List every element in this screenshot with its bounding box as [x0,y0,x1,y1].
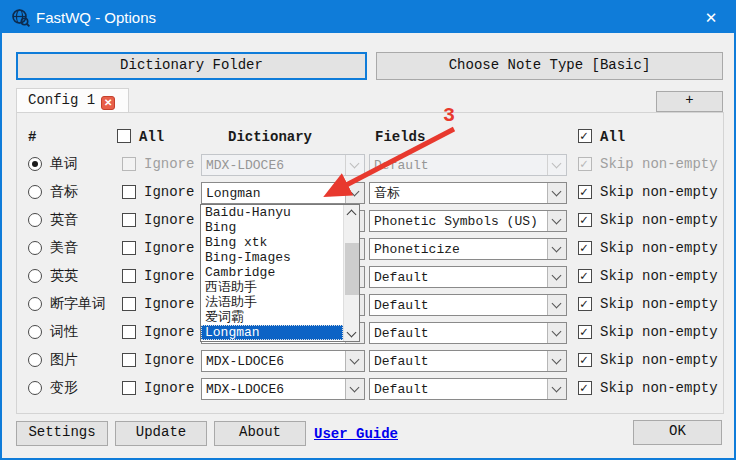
skip-checkbox[interactable] [578,353,592,367]
all-right-checkbox[interactable] [578,129,592,143]
ignore-checkbox[interactable] [122,185,136,199]
ignore-checkbox[interactable] [122,269,136,283]
skip-label: Skip non-empty [600,295,718,313]
skip-label: Skip non-empty [600,323,718,341]
dictionary-combo[interactable]: MDX-LDOCE6 [201,350,365,372]
skip-label: Skip non-empty [600,211,718,229]
header-number: # [28,128,36,146]
dictionary-dropdown-list: Baidu-HanyuBingBing xtkBing-ImagesCambri… [200,204,360,342]
row-radio[interactable] [28,269,42,283]
dropdown-scrollbar[interactable] [343,205,359,341]
row-radio[interactable] [28,241,42,255]
skip-checkbox[interactable] [578,157,592,171]
window-title: FastWQ - Options [36,2,156,33]
fields-combo[interactable]: 音标 [369,182,567,204]
fields-combo-value: Default [374,297,544,314]
skip-checkbox[interactable] [578,185,592,199]
dropdown-item[interactable]: 西语助手 [201,280,343,295]
dictionary-combo[interactable]: Longman [201,182,365,204]
scroll-down-icon[interactable] [344,326,360,341]
ignore-label: Ignore [144,295,194,313]
dictionary-combo[interactable]: MDX-LDOCE6 [201,154,365,176]
update-button[interactable]: Update [115,421,207,446]
row-label: 英英 [50,267,78,285]
chevron-down-icon[interactable] [547,323,566,343]
dropdown-item[interactable]: Baidu-Hanyu [201,205,343,220]
fields-combo[interactable]: Phonetic Symbols (US) [369,210,567,232]
settings-button[interactable]: Settings [16,421,108,446]
row-radio[interactable] [28,353,42,367]
dropdown-item[interactable]: Longman [201,325,343,340]
dropdown-item[interactable]: Cambridge [201,265,343,280]
fields-combo-value: Default [374,381,544,398]
chevron-down-icon[interactable] [547,211,566,231]
chevron-down-icon[interactable] [345,183,364,203]
fields-combo[interactable]: Phoneticize [369,238,567,260]
choose-note-type-button[interactable]: Choose Note Type [Basic] [376,52,723,80]
ignore-checkbox[interactable] [122,157,136,171]
row-radio[interactable] [28,381,42,395]
add-tab-button[interactable]: + [656,91,723,112]
ignore-checkbox[interactable] [122,241,136,255]
chevron-down-icon[interactable] [547,379,566,399]
dropdown-item[interactable]: Bing-Images [201,250,343,265]
chevron-down-icon[interactable] [345,155,364,175]
ignore-label: Ignore [144,239,194,257]
tab-config-1[interactable]: Config 1✕ [16,88,129,113]
fields-combo[interactable]: Default [369,350,567,372]
skip-checkbox[interactable] [578,241,592,255]
row-radio[interactable] [28,185,42,199]
ignore-checkbox[interactable] [122,297,136,311]
chevron-down-icon[interactable] [547,295,566,315]
fields-combo[interactable]: Default [369,322,567,344]
chevron-down-icon[interactable] [547,155,566,175]
row-radio[interactable] [28,325,42,339]
scrollbar-thumb[interactable] [345,243,359,295]
fields-combo[interactable]: Default [369,154,567,176]
ignore-checkbox[interactable] [122,213,136,227]
close-button[interactable]: ✕ [694,4,728,31]
ok-button[interactable]: OK [633,420,722,445]
dropdown-item[interactable]: Bing [201,220,343,235]
all-left-checkbox[interactable] [117,129,131,143]
dropdown-item[interactable]: 爱词霸 [201,310,343,325]
dictionary-combo-value: MDX-LDOCE6 [206,157,342,174]
skip-checkbox[interactable] [578,269,592,283]
title-bar[interactable]: FastWQ - Options ✕ [2,2,734,33]
skip-checkbox[interactable] [578,297,592,311]
dictionary-combo[interactable]: MDX-LDOCE6 [201,378,365,400]
header-fields: Fields [375,128,425,146]
ignore-label: Ignore [144,267,194,285]
chevron-down-icon[interactable] [345,379,364,399]
chevron-down-icon[interactable] [345,351,364,371]
dropdown-item[interactable]: 法语助手 [201,295,343,310]
ignore-label: Ignore [144,323,194,341]
chevron-down-icon[interactable] [547,267,566,287]
tab-close-icon[interactable]: ✕ [101,96,115,110]
header-dictionary: Dictionary [228,128,312,146]
fields-combo-value: Phonetic Symbols (US) [374,213,544,230]
fields-combo[interactable]: Default [369,266,567,288]
skip-checkbox[interactable] [578,381,592,395]
ignore-checkbox[interactable] [122,353,136,367]
row-radio[interactable] [28,297,42,311]
user-guide-link[interactable]: User Guide [314,426,398,442]
about-button[interactable]: About [214,421,306,446]
ignore-checkbox[interactable] [122,381,136,395]
chevron-down-icon[interactable] [547,351,566,371]
ignore-label: Ignore [144,211,194,229]
skip-label: Skip non-empty [600,155,718,173]
dictionary-folder-button[interactable]: Dictionary Folder [16,52,367,80]
row-radio[interactable] [28,157,42,171]
fields-combo[interactable]: Default [369,378,567,400]
dropdown-item[interactable]: Bing xtk [201,235,343,250]
ignore-checkbox[interactable] [122,325,136,339]
fields-combo[interactable]: Default [369,294,567,316]
tab-config-label: Config 1 [28,92,95,108]
skip-checkbox[interactable] [578,325,592,339]
chevron-down-icon[interactable] [547,183,566,203]
scroll-up-icon[interactable] [344,205,360,220]
chevron-down-icon[interactable] [547,239,566,259]
skip-checkbox[interactable] [578,213,592,227]
row-radio[interactable] [28,213,42,227]
